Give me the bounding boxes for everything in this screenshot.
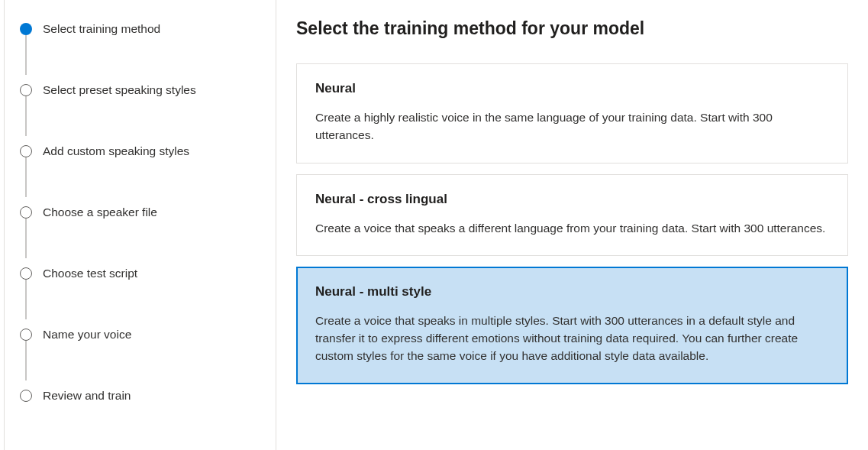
step-connector [25,341,27,380]
wizard-steps-sidebar: Select training method Select preset spe… [5,0,276,450]
option-neural[interactable]: Neural Create a highly realistic voice i… [296,63,848,163]
step-bullet-inactive-icon [20,206,32,219]
main-content: Select the training method for your mode… [276,0,868,450]
step-bullet-inactive-icon [20,145,32,157]
step-label: Review and train [43,389,131,403]
option-title: Neural - multi style [315,284,829,299]
step-bullet-inactive-icon [20,329,32,341]
option-description: Create a highly realistic voice in the s… [315,108,829,144]
step-connector [25,219,27,258]
step-connector [25,35,27,75]
step-label: Add custom speaking styles [43,144,189,158]
step-bullet-inactive-icon [20,84,32,96]
option-neural-multi-style[interactable]: Neural - multi style Create a voice that… [296,267,848,384]
step-list: Select training method Select preset spe… [20,20,260,405]
step-label: Choose a speaker file [43,206,157,219]
step-connector [25,96,27,136]
step-label: Select training method [43,22,160,36]
step-select-preset-speaking-styles[interactable]: Select preset speaking styles [20,81,260,99]
step-label: Choose test script [43,267,137,280]
option-title: Neural - cross lingual [315,192,829,207]
step-bullet-inactive-icon [20,390,32,402]
option-neural-cross-lingual[interactable]: Neural - cross lingual Create a voice th… [296,174,848,256]
step-connector [25,157,27,197]
step-label: Select preset speaking styles [43,83,196,97]
step-bullet-active-icon [20,23,32,35]
step-connector [25,280,27,319]
step-choose-test-script[interactable]: Choose test script [20,264,260,283]
option-description: Create a voice that speaks a different l… [315,219,829,237]
step-bullet-inactive-icon [20,267,32,280]
step-label: Name your voice [43,328,131,342]
option-title: Neural [315,81,829,96]
step-add-custom-speaking-styles[interactable]: Add custom speaking styles [20,142,260,160]
step-select-training-method[interactable]: Select training method [20,20,260,38]
option-description: Create a voice that speaks in multiple s… [315,312,829,365]
step-choose-speaker-file[interactable]: Choose a speaker file [20,203,260,222]
step-name-your-voice[interactable]: Name your voice [20,325,260,344]
step-review-and-train[interactable]: Review and train [20,387,260,405]
page-title: Select the training method for your mode… [296,18,848,39]
